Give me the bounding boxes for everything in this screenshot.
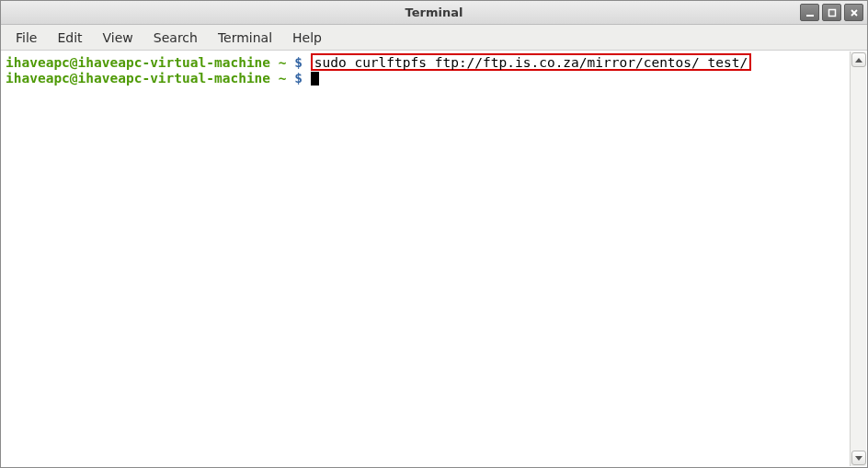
maximize-button[interactable] xyxy=(822,4,841,21)
minimize-button[interactable] xyxy=(800,4,819,21)
menu-search[interactable]: Search xyxy=(144,28,207,48)
prompt-dollar: $ xyxy=(294,71,310,86)
titlebar: Terminal xyxy=(1,1,867,25)
maximize-icon xyxy=(828,8,837,17)
scroll-down-button[interactable] xyxy=(851,451,866,465)
vertical-scrollbar[interactable] xyxy=(850,51,866,466)
text-cursor xyxy=(311,72,319,86)
menu-edit[interactable]: Edit xyxy=(48,28,91,48)
chevron-down-icon xyxy=(855,456,862,461)
window-controls xyxy=(800,4,863,21)
window: Terminal File Edit View Search Terminal … xyxy=(0,0,868,468)
menu-terminal[interactable]: Terminal xyxy=(209,28,281,48)
menu-file[interactable]: File xyxy=(6,28,46,48)
terminal-area: ihaveapc@ihaveapc-virtual-machine ~ $ su… xyxy=(2,51,866,466)
terminal-line: ihaveapc@ihaveapc-virtual-machine ~ $ xyxy=(6,71,846,86)
chevron-up-icon xyxy=(855,58,862,63)
prompt-text: ihaveapc@ihaveapc-virtual-machine ~ xyxy=(6,55,294,70)
menubar: File Edit View Search Terminal Help xyxy=(1,25,867,51)
close-button[interactable] xyxy=(844,4,863,21)
prompt-dollar: $ xyxy=(294,55,310,70)
menu-view[interactable]: View xyxy=(94,28,143,48)
svg-rect-1 xyxy=(828,9,835,16)
close-icon xyxy=(850,8,859,17)
highlighted-command: sudo curlftpfs ftp://ftp.is.co.za/mirror… xyxy=(311,53,751,71)
window-title: Terminal xyxy=(405,6,463,19)
scroll-up-button[interactable] xyxy=(851,52,866,67)
command-text: sudo curlftpfs ftp://ftp.is.co.za/mirror… xyxy=(314,55,748,70)
terminal-line: ihaveapc@ihaveapc-virtual-machine ~ $ su… xyxy=(6,53,846,71)
prompt-text: ihaveapc@ihaveapc-virtual-machine ~ xyxy=(6,71,294,86)
menu-help[interactable]: Help xyxy=(283,28,331,48)
terminal-output[interactable]: ihaveapc@ihaveapc-virtual-machine ~ $ su… xyxy=(2,51,850,466)
svg-rect-0 xyxy=(806,15,814,17)
minimize-icon xyxy=(805,8,815,17)
